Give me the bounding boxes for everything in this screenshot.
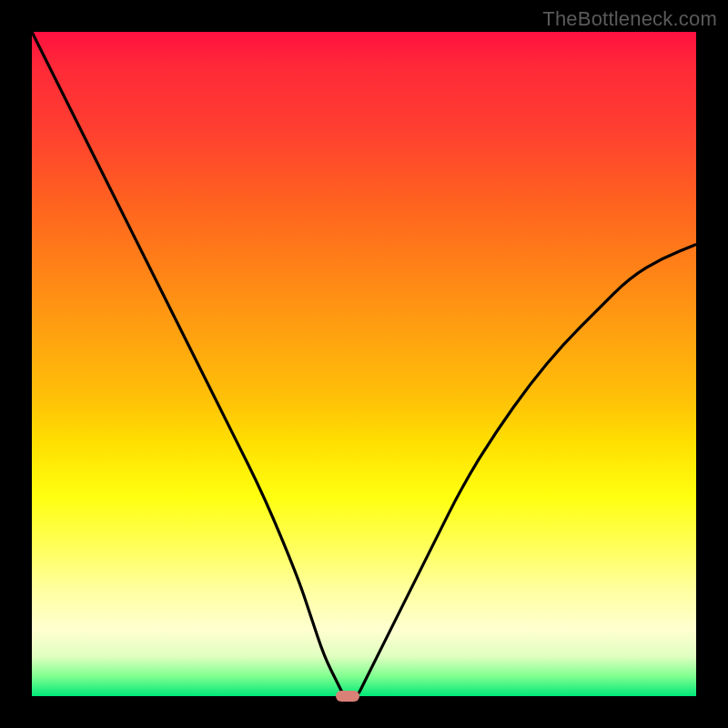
chart-container: TheBottleneck.com	[0, 0, 728, 728]
bottleneck-curve	[32, 32, 696, 696]
watermark-text: TheBottleneck.com	[542, 7, 717, 31]
optimum-marker	[336, 691, 359, 702]
